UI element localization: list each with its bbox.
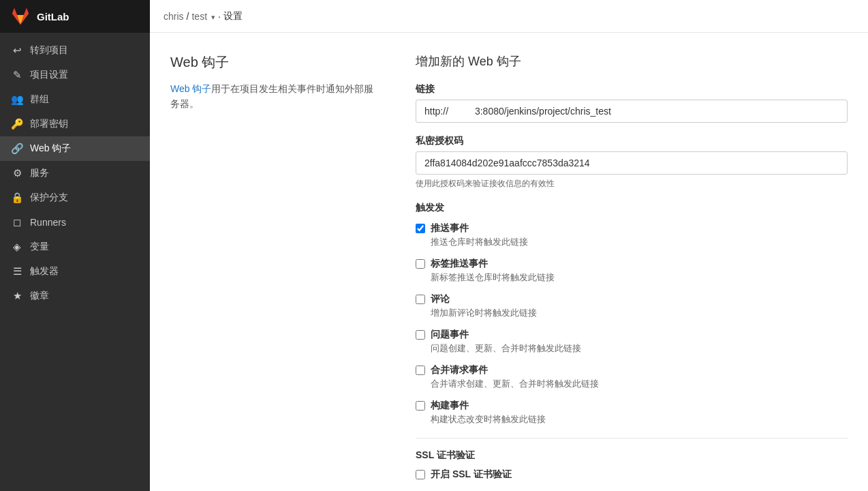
- triggers-icon: ☰: [11, 265, 23, 278]
- badges-icon: ★: [11, 290, 23, 302]
- checkbox-issues[interactable]: [416, 330, 425, 340]
- sidebar-item-badges[interactable]: ★ 徽章: [0, 284, 150, 308]
- description: Web 钩子用于在项目发生相关事件时通知外部服务器。: [170, 81, 375, 112]
- main-content: chris / test ▾ · 设置 Web 钩子 Web 钩子用于在项目发生…: [150, 0, 868, 491]
- services-icon: ⚙: [11, 167, 23, 179]
- secret-label: 私密授权码: [416, 135, 848, 147]
- goto-project-icon: ↩: [11, 44, 23, 57]
- topbar: chris / test ▾ · 设置: [150, 0, 868, 33]
- ssl-field-group: SSL 证书验证 开启 SSL 证书验证: [416, 449, 848, 481]
- checkbox-text-issues: 问题事件: [431, 329, 469, 341]
- checkbox-comments[interactable]: [416, 295, 425, 304]
- url-input[interactable]: [416, 100, 848, 123]
- protected-branches-icon: 🔒: [11, 192, 23, 204]
- sidebar-item-deploy-keys[interactable]: 🔑 部署密钥: [0, 112, 150, 136]
- left-panel: Web 钩子 Web 钩子用于在项目发生相关事件时通知外部服务器。: [170, 53, 375, 491]
- divider: [416, 438, 848, 438]
- checkbox-desc-merge_requests: 合并请求创建、更新、合并时将触发此链接: [431, 378, 848, 390]
- checkbox-text-comments: 评论: [431, 293, 450, 306]
- right-panel: 增加新的 Web 钩子 链接 私密授权码 使用此授权码来验证接收信息的有效性 触…: [416, 53, 848, 491]
- sidebar-item-label: 徽章: [30, 290, 49, 302]
- sidebar-item-services[interactable]: ⚙ 服务: [0, 161, 150, 185]
- checkbox-merge_requests[interactable]: [416, 366, 425, 375]
- section-title: 增加新的 Web 钩子: [416, 53, 848, 70]
- checkbox-text-build: 构建事件: [431, 400, 469, 412]
- sidebar-item-triggers[interactable]: ☰ 触发器: [0, 259, 150, 284]
- breadcrumb: chris / test ▾ · 设置: [164, 10, 243, 23]
- sidebar-item-label: 服务: [30, 167, 49, 179]
- webhooks-icon: 🔗: [11, 143, 23, 155]
- url-field-group: 链接: [416, 83, 848, 123]
- checkbox-desc-tag_push: 新标签推送仓库时将触发此链接: [431, 271, 848, 284]
- checkbox-item-build: 构建事件 构建状态改变时将触发此链接: [416, 400, 848, 426]
- checkbox-label-tag_push[interactable]: 标签推送事件: [416, 258, 848, 270]
- checkbox-build[interactable]: [416, 401, 425, 411]
- checkbox-desc-comments: 增加新评论时将触发此链接: [431, 307, 848, 319]
- sidebar-item-label: 转到项目: [30, 44, 68, 57]
- checkbox-text-tag_push: 标签推送事件: [431, 258, 488, 270]
- sidebar-item-variables[interactable]: ◈ 变量: [0, 235, 150, 259]
- checkbox-label-merge_requests[interactable]: 合并请求事件: [416, 364, 848, 376]
- webhooks-link[interactable]: Web 钩子: [170, 83, 211, 94]
- chevron-down-icon: ▾: [211, 13, 215, 21]
- checkbox-label-push[interactable]: 推送事件: [416, 222, 848, 235]
- checkbox-text-push: 推送事件: [431, 222, 469, 235]
- checkbox-text-merge_requests: 合并请求事件: [431, 364, 488, 376]
- sidebar-item-label: 变量: [30, 241, 49, 253]
- checkbox-item-issues: 问题事件 问题创建、更新、合并时将触发此链接: [416, 329, 848, 355]
- checkbox-label-build[interactable]: 构建事件: [416, 400, 848, 412]
- sidebar-item-label: 部署密钥: [30, 118, 68, 130]
- variables-icon: ◈: [11, 241, 23, 253]
- checkbox-desc-push: 推送仓库时将触发此链接: [431, 236, 848, 248]
- sidebar-nav: ↩ 转到项目 ✎ 项目设置 👥 群组 🔑 部署密钥 🔗 Web 钩子 ⚙ 服务 …: [0, 33, 150, 491]
- url-label: 链接: [416, 83, 848, 95]
- sidebar-item-project-settings[interactable]: ✎ 项目设置: [0, 63, 150, 87]
- sidebar-item-webhooks[interactable]: 🔗 Web 钩子: [0, 136, 150, 161]
- sidebar: GitLab ↩ 转到项目 ✎ 项目设置 👥 群组 🔑 部署密钥 🔗 Web 钩…: [0, 0, 150, 491]
- project-settings-icon: ✎: [11, 69, 23, 81]
- triggers-title: 触发发: [416, 202, 848, 214]
- ssl-label-text: 开启 SSL 证书验证: [431, 468, 512, 481]
- breadcrumb-project[interactable]: test ▾: [191, 11, 215, 22]
- sidebar-item-label: 项目设置: [30, 69, 68, 81]
- checkbox-item-push: 推送事件 推送仓库时将触发此链接: [416, 222, 848, 248]
- checkbox-desc-issues: 问题创建、更新、合并时将触发此链接: [431, 342, 848, 355]
- secret-field-group: 私密授权码 使用此授权码来验证接收信息的有效性: [416, 135, 848, 190]
- sidebar-app-title: GitLab: [37, 11, 69, 23]
- sidebar-item-label: 保护分支: [30, 192, 68, 204]
- groups-icon: 👥: [11, 93, 23, 106]
- sidebar-header: GitLab: [0, 0, 150, 33]
- breadcrumb-user[interactable]: chris: [164, 11, 184, 22]
- checkbox-item-tag_push: 标签推送事件 新标签推送仓库时将触发此链接: [416, 258, 848, 284]
- content-area: Web 钩子 Web 钩子用于在项目发生相关事件时通知外部服务器。 增加新的 W…: [150, 33, 868, 491]
- breadcrumb-sep2: ·: [218, 11, 221, 22]
- deploy-keys-icon: 🔑: [11, 118, 23, 130]
- ssl-checkbox[interactable]: [416, 470, 425, 479]
- sidebar-item-groups[interactable]: 👥 群组: [0, 87, 150, 112]
- secret-input[interactable]: [416, 151, 848, 175]
- checkbox-tag_push[interactable]: [416, 259, 425, 269]
- runners-icon: ◻: [11, 216, 23, 228]
- sidebar-item-label: 触发器: [30, 265, 59, 278]
- sidebar-item-label: 群组: [30, 93, 49, 106]
- checkboxes-container: 推送事件 推送仓库时将触发此链接 标签推送事件 新标签推送仓库时将触发此链接 评…: [416, 222, 848, 426]
- checkbox-item-merge_requests: 合并请求事件 合并请求创建、更新、合并时将触发此链接: [416, 364, 848, 390]
- sidebar-item-label: Runners: [30, 217, 66, 228]
- ssl-checkbox-label[interactable]: 开启 SSL 证书验证: [416, 468, 848, 481]
- gitlab-logo: [11, 7, 30, 26]
- checkbox-label-issues[interactable]: 问题事件: [416, 329, 848, 341]
- checkbox-push[interactable]: [416, 224, 425, 233]
- page-title: Web 钩子: [170, 53, 375, 72]
- breadcrumb-sep1: /: [187, 11, 189, 22]
- checkbox-label-comments[interactable]: 评论: [416, 293, 848, 306]
- secret-hint: 使用此授权码来验证接收信息的有效性: [416, 178, 848, 190]
- sidebar-item-goto-project[interactable]: ↩ 转到项目: [0, 38, 150, 63]
- sidebar-item-runners[interactable]: ◻ Runners: [0, 210, 150, 235]
- breadcrumb-settings: 设置: [223, 10, 243, 23]
- sidebar-item-label: Web 钩子: [30, 143, 71, 155]
- checkbox-item-comments: 评论 增加新评论时将触发此链接: [416, 293, 848, 319]
- ssl-title: SSL 证书验证: [416, 449, 848, 462]
- sidebar-item-protected-branches[interactable]: 🔒 保护分支: [0, 185, 150, 210]
- checkbox-desc-build: 构建状态改变时将触发此链接: [431, 413, 848, 426]
- triggers-group: 触发发 推送事件 推送仓库时将触发此链接 标签推送事件 新标签推送仓库时将触发此…: [416, 202, 848, 426]
